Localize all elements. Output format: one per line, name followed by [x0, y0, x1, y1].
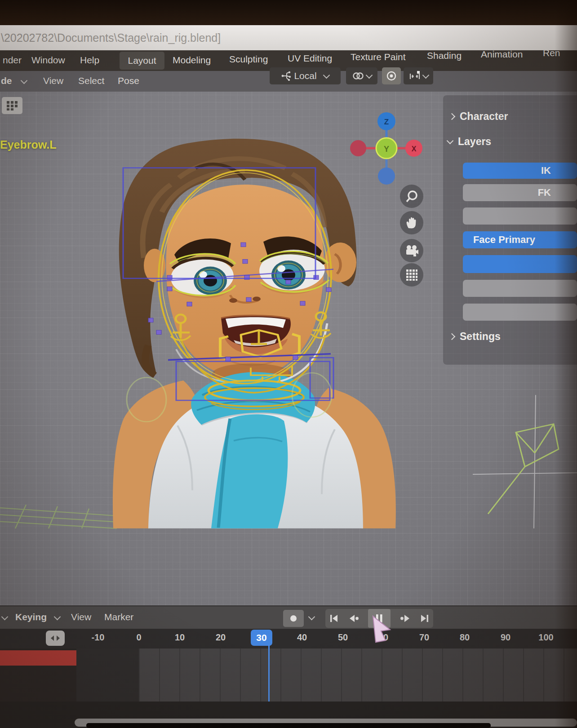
pan-button[interactable]: [400, 211, 423, 234]
record-icon: [290, 615, 297, 622]
pan-arrows-icon: [50, 635, 61, 641]
grid-overlay-button[interactable]: [400, 263, 423, 287]
monitor-bezel-bar: [86, 723, 491, 728]
tab-animation[interactable]: Animation: [481, 49, 523, 60]
proportional-falloff-dropdown[interactable]: [404, 67, 433, 84]
camera-view-button[interactable]: [400, 239, 423, 262]
layer-button-fk[interactable]: FK: [463, 184, 577, 201]
window-title: \20202782\Documents\Stage\rain_rig.blend…: [1, 31, 221, 44]
ruler-label: 10: [175, 632, 185, 643]
gizmo-neg-z-axis: [378, 168, 395, 185]
hand-icon: [405, 216, 418, 229]
menu-window[interactable]: Window: [31, 55, 65, 66]
jump-end-icon: [420, 614, 430, 623]
playback-range: [139, 649, 577, 702]
summary-channel-bar[interactable]: [0, 650, 76, 666]
current-frame-badge[interactable]: 30: [251, 630, 272, 646]
timeline-menu-view[interactable]: View: [71, 612, 91, 622]
grid-axis-lines: [473, 395, 577, 529]
viewport-header: de View Select Pose Local: [0, 71, 577, 92]
layer-button-ik[interactable]: IK: [463, 163, 577, 179]
ruler-label: 80: [460, 632, 470, 643]
tab-uv-editing[interactable]: UV Editing: [288, 53, 332, 64]
tab-modeling[interactable]: Modeling: [173, 55, 211, 66]
zoom-icon: [405, 190, 418, 203]
character-model[interactable]: [113, 139, 396, 529]
proportional-editing-icon: [386, 71, 397, 81]
snapping-dropdown[interactable]: [346, 67, 377, 84]
camera-icon: [404, 244, 419, 257]
ruler-pan-button[interactable]: [46, 631, 65, 646]
timeline-editor-chevron-icon[interactable]: [1, 613, 9, 621]
mode-dropdown[interactable]: de: [1, 75, 12, 86]
jump-start-icon: [329, 614, 339, 623]
keying-chevron-icon[interactable]: [54, 613, 61, 621]
snap-chevron-icon: [365, 71, 373, 79]
timeline-keyframe-area[interactable]: [0, 649, 577, 702]
snap-icon: [352, 71, 364, 81]
record-chevron-icon[interactable]: [308, 613, 315, 621]
gizmo-neg-x-axis: [350, 140, 366, 156]
viewport-menu-select[interactable]: Select: [78, 75, 104, 86]
record-button[interactable]: [283, 610, 304, 627]
panel-settings[interactable]: Settings: [449, 331, 501, 343]
gizmo-z-label: Z: [384, 118, 389, 126]
layer-button-5[interactable]: [463, 255, 577, 273]
ruler-label: 40: [297, 632, 307, 643]
falloff-icon: [409, 71, 421, 81]
next-keyframe-button[interactable]: [400, 614, 411, 623]
panel-character[interactable]: Character: [449, 110, 508, 123]
menu-help[interactable]: Help: [80, 55, 99, 66]
previous-keyframe-button[interactable]: [348, 614, 359, 623]
prev-keyframe-icon: [348, 614, 359, 623]
tab-sculpting[interactable]: Sculpting: [229, 54, 268, 65]
layer-button-7[interactable]: [463, 304, 577, 321]
ruler-label: 90: [501, 632, 510, 643]
active-bone-label: Eyebrow.L: [0, 138, 57, 151]
playhead-line[interactable]: [268, 645, 270, 702]
ruler-label: -10: [92, 632, 105, 643]
proportional-editing-toggle[interactable]: [382, 67, 401, 84]
navigation-gizmo[interactable]: Z X Y: [342, 105, 431, 194]
mouse-cursor: [368, 613, 396, 646]
next-keyframe-icon: [400, 614, 411, 623]
transform-orientation-dropdown[interactable]: Local: [270, 67, 341, 84]
grid-icon: [405, 269, 418, 281]
menu-render[interactable]: nder: [3, 55, 22, 66]
ruler-label: 0: [136, 632, 141, 643]
panel-layers[interactable]: Layers: [448, 136, 491, 148]
tab-rendering[interactable]: Ren: [543, 48, 560, 58]
chevron-down-icon: [447, 137, 454, 144]
gizmo-y-label: Y: [384, 145, 389, 154]
layer-button-6[interactable]: [463, 280, 577, 297]
viewport-menu-pose[interactable]: Pose: [118, 75, 139, 86]
tab-texture-paint[interactable]: Texture Paint: [351, 52, 406, 62]
ruler-label: 50: [338, 632, 348, 643]
timeline-header: Keying View Marker: [0, 605, 577, 630]
orientation-icon: [281, 71, 291, 81]
jump-to-end-button[interactable]: [420, 614, 430, 623]
chevron-right-icon: [448, 333, 456, 340]
ruler-label: 100: [538, 632, 553, 643]
layer-button-face-primary[interactable]: Face Primary: [463, 231, 577, 248]
falloff-chevron-icon: [422, 71, 429, 79]
tab-shading[interactable]: Shading: [427, 50, 462, 61]
editor-type-button[interactable]: [2, 97, 22, 114]
mode-chevron-icon[interactable]: [21, 77, 28, 84]
editor-grid-icon: [6, 100, 18, 111]
chevron-right-icon: [448, 113, 456, 120]
ruler-label: 70: [419, 632, 429, 643]
timeline-scroll-strip: [0, 702, 577, 728]
layer-button-3[interactable]: [463, 207, 577, 225]
bone-widget[interactable]: [488, 424, 559, 514]
orientation-chevron-icon: [323, 71, 330, 79]
timeline-ruler[interactable]: -10 0 10 20 40 50 60 70 80 90 100 30: [0, 629, 577, 649]
timeline-menu-keying[interactable]: Keying: [15, 612, 47, 622]
viewport-menu-view[interactable]: View: [43, 75, 63, 86]
gizmo-x-label: X: [412, 145, 417, 153]
tab-layout[interactable]: Layout: [120, 52, 164, 70]
window-titlebar: \20202782\Documents\Stage\rain_rig.blend…: [0, 25, 577, 50]
jump-to-start-button[interactable]: [329, 614, 339, 623]
timeline-menu-marker[interactable]: Marker: [104, 612, 133, 622]
zoom-button[interactable]: [400, 185, 423, 208]
